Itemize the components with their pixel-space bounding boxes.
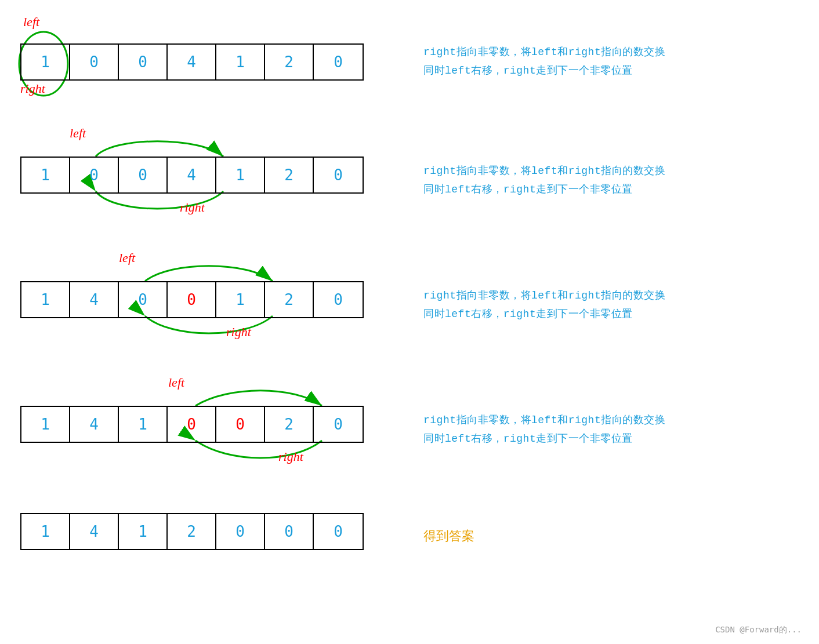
section-3: left 1 4 0 (17, 249, 802, 359)
desc-3-line2: 同时left右移，right走到下一个非零位置 (423, 307, 665, 321)
diagram-2: left 1 0 (17, 125, 389, 229)
ans-cell-4: 0 (216, 514, 265, 549)
cell-3-1: 4 (70, 282, 119, 317)
cell-1-2: 0 (119, 45, 168, 79)
answer-array-boxes: 1 4 1 2 0 0 0 (20, 513, 364, 550)
array-boxes-1: 1 0 0 4 1 2 0 (20, 43, 364, 81)
cell-3-5: 2 (265, 282, 314, 317)
diagram-1: left 1 0 0 4 1 2 0 right (17, 12, 389, 104)
answer-section: 1 4 1 2 0 0 0 得到答案 (17, 510, 802, 562)
answer-diagram: 1 4 1 2 0 0 0 (17, 510, 389, 556)
desc-4-line2: 同时left右移，right走到下一个非零位置 (423, 431, 665, 445)
section-1: left 1 0 0 4 1 2 0 right (17, 12, 802, 110)
left-label-2: left (70, 126, 86, 141)
desc-1-line2: 同时left右移，right走到下一个非零位置 (423, 63, 665, 77)
cell-3-3: 0 (168, 282, 216, 317)
array-boxes-3: 1 4 0 0 1 2 0 (20, 281, 364, 318)
cell-4-5: 2 (265, 407, 314, 442)
cell-3-4: 1 (216, 282, 265, 317)
cell-4-4: 0 (216, 407, 265, 442)
ans-cell-3: 2 (168, 514, 216, 549)
desc-2-line2: 同时left右移，right走到下一个非零位置 (423, 182, 665, 196)
desc-3: right指向非零数，将left和right指向的数交换 同时left右移，ri… (423, 288, 665, 321)
cell-1-5: 2 (265, 45, 314, 79)
cell-1-0: 1 (21, 45, 70, 79)
desc-2-line1: right指向非零数，将left和right指向的数交换 (423, 163, 665, 177)
cell-1-3: 4 (168, 45, 216, 79)
array-boxes-4: 1 4 1 0 0 2 0 (20, 406, 364, 443)
ans-cell-2: 1 (119, 514, 168, 549)
right-label-2: right (180, 200, 205, 215)
left-label-1: left (23, 14, 39, 30)
ans-cell-6: 0 (314, 514, 363, 549)
diagram-3: left 1 4 0 (17, 249, 389, 354)
cell-4-2: 1 (119, 407, 168, 442)
desc-1: right指向非零数，将left和right指向的数交换 同时left右移，ri… (423, 45, 665, 77)
right-label-1: right (20, 81, 45, 96)
array-boxes-2: 1 0 0 4 1 2 0 (20, 157, 364, 194)
left-label-4: left (168, 375, 184, 390)
cell-1-6: 0 (314, 45, 363, 79)
cell-2-6: 0 (314, 158, 363, 192)
cell-3-0: 1 (21, 282, 70, 317)
right-label-4: right (278, 449, 303, 464)
cell-3-2: 0 (119, 282, 168, 317)
cell-2-4: 1 (216, 158, 265, 192)
right-label-3: right (226, 325, 251, 340)
diagram-4: left 1 4 1 (17, 374, 389, 478)
desc-4-line1: right指向非零数，将left和right指向的数交换 (423, 413, 665, 427)
desc-3-line1: right指向非零数，将left和right指向的数交换 (423, 288, 665, 302)
cell-4-0: 1 (21, 407, 70, 442)
desc-2: right指向非零数，将left和right指向的数交换 同时left右移，ri… (423, 163, 665, 196)
cell-2-5: 2 (265, 158, 314, 192)
left-label-3: left (119, 250, 135, 265)
ans-cell-0: 1 (21, 514, 70, 549)
cell-4-1: 4 (70, 407, 119, 442)
desc-1-line1: right指向非零数，将left和right指向的数交换 (423, 45, 665, 59)
cell-2-0: 1 (21, 158, 70, 192)
cell-4-3: 0 (168, 407, 216, 442)
section-2: left 1 0 (17, 125, 802, 235)
cell-1-4: 1 (216, 45, 265, 79)
cell-2-2: 0 (119, 158, 168, 192)
cell-2-1: 0 (70, 158, 119, 192)
footer-text: CSDN @Forward的... (715, 625, 802, 635)
cell-3-6: 0 (314, 282, 363, 317)
ans-cell-1: 4 (70, 514, 119, 549)
answer-label: 得到答案 (423, 527, 474, 545)
main-container: left 1 0 0 4 1 2 0 right (0, 0, 819, 588)
desc-4: right指向非零数，将left和right指向的数交换 同时left右移，ri… (423, 413, 665, 445)
ans-cell-5: 0 (265, 514, 314, 549)
section-4: left 1 4 1 (17, 374, 802, 484)
cell-1-1: 0 (70, 45, 119, 79)
cell-2-3: 4 (168, 158, 216, 192)
cell-4-6: 0 (314, 407, 363, 442)
